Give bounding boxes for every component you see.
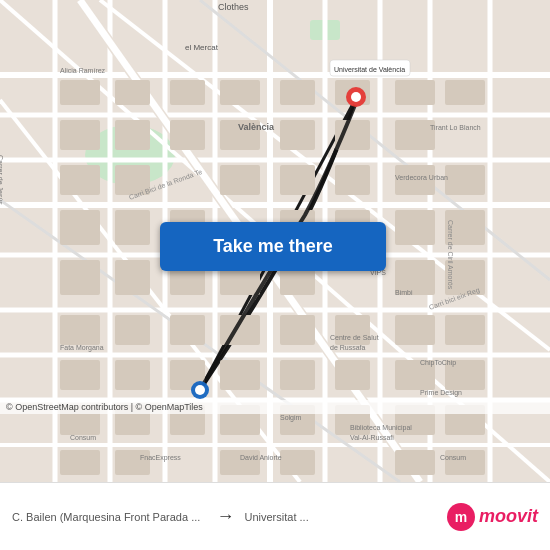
svg-rect-41 [280,120,315,150]
svg-rect-92 [280,450,315,475]
svg-rect-59 [115,260,150,295]
svg-text:Bimbi: Bimbi [395,289,413,296]
copyright-bar: © OpenStreetMap contributors | © OpenMap… [0,400,550,414]
from-section: C. Bailen (Marquesina Front Parada ... [12,511,207,523]
svg-text:Alicia Ramírez: Alicia Ramírez [60,67,106,74]
svg-text:Verdecora Urban: Verdecora Urban [395,174,448,181]
from-label: C. Bailen (Marquesina Front Parada ... [12,511,207,523]
svg-rect-30 [115,80,150,105]
svg-text:FnacExpress: FnacExpress [140,454,181,462]
svg-text:Fata Morgana: Fata Morgana [60,344,104,352]
svg-rect-71 [395,315,435,345]
svg-rect-29 [60,80,100,105]
svg-rect-73 [60,360,100,390]
svg-rect-38 [115,120,150,150]
svg-rect-66 [115,315,150,345]
svg-text:Biblioteca Municipal: Biblioteca Municipal [350,424,412,432]
svg-rect-77 [280,360,315,390]
map-area: Clothes el Mercat València Alicia Ramíre… [0,0,550,482]
svg-rect-56 [395,210,435,245]
svg-rect-52 [115,210,150,245]
copyright-text: © OpenStreetMap contributors | © OpenMap… [6,402,203,412]
svg-rect-93 [395,450,435,475]
svg-rect-39 [170,120,205,150]
moovit-icon: m [447,503,475,531]
take-me-there-button[interactable]: Take me there [160,222,386,271]
svg-rect-89 [60,450,100,475]
svg-text:el Mercat: el Mercat [185,43,219,52]
svg-rect-51 [60,210,100,245]
svg-rect-44 [60,165,100,195]
svg-text:Consum: Consum [440,454,466,461]
svg-rect-74 [115,360,150,390]
bottom-bar: C. Bailen (Marquesina Front Parada ... →… [0,482,550,550]
svg-text:Val-Al-Russafi: Val-Al-Russafi [350,434,394,441]
to-label: Universitat ... [245,511,440,523]
svg-text:de Russafa: de Russafa [330,344,366,351]
svg-text:Universitat de València: Universitat de València [334,66,405,73]
moovit-logo: m moovit [447,503,538,531]
svg-rect-58 [60,260,100,295]
svg-rect-37 [60,120,100,150]
svg-text:Carrer de Jesús: Carrer de Jesús [0,155,4,205]
svg-rect-48 [335,165,370,195]
svg-rect-72 [445,315,485,345]
svg-rect-33 [280,80,315,105]
svg-rect-36 [445,80,485,105]
moovit-logo-text: moovit [479,506,538,527]
svg-text:València: València [238,122,275,132]
svg-text:Centre de Salut: Centre de Salut [330,334,379,341]
svg-rect-78 [335,360,370,390]
svg-rect-31 [170,80,205,105]
svg-text:Carrer de Ciril Amorós: Carrer de Ciril Amorós [447,220,454,290]
svg-rect-76 [220,360,260,390]
svg-rect-65 [60,315,100,345]
svg-point-124 [351,92,361,102]
svg-rect-50 [445,165,485,195]
svg-rect-69 [280,315,315,345]
svg-point-128 [195,385,205,395]
svg-rect-67 [170,315,205,345]
svg-text:David Aniorte: David Aniorte [240,454,282,461]
svg-text:Consum: Consum [70,434,96,441]
arrow-icon: → [217,506,235,527]
svg-text:ChipToChip: ChipToChip [420,359,456,367]
svg-text:Prime Design: Prime Design [420,389,462,397]
svg-rect-32 [220,80,260,105]
svg-rect-43 [395,120,435,150]
svg-text:Tirant Lo Blanch: Tirant Lo Blanch [430,124,481,131]
app-container: Clothes el Mercat València Alicia Ramíre… [0,0,550,550]
svg-text:Solgim: Solgim [280,414,302,422]
to-section: Universitat ... [245,511,440,523]
svg-rect-46 [220,165,260,195]
svg-rect-47 [280,165,315,195]
svg-rect-35 [395,80,435,105]
svg-text:Clothes: Clothes [218,2,249,12]
